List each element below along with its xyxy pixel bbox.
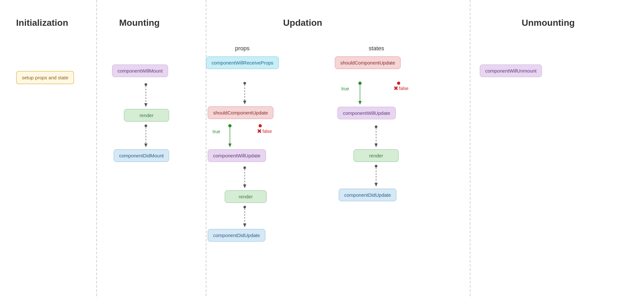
node-wu-states: componentWillUpdate [337, 107, 396, 119]
dot-wu-p [243, 166, 246, 169]
node-wrp: componentWillReceiveProps [206, 56, 279, 69]
false-label-p: ✖ false [257, 128, 272, 135]
false-text-p: false [262, 129, 272, 134]
node-render-p: render [225, 190, 267, 203]
x-p: ✖ [257, 128, 262, 135]
dot-scu-s-false [397, 82, 400, 85]
node-scu-props: shouldComponentUpdate [208, 106, 273, 119]
node-scu-states: shouldComponentUpdate [335, 56, 401, 69]
states-sub-label: states [369, 45, 384, 52]
dot-wm [145, 83, 147, 86]
false-label-s: ✖ false [393, 85, 409, 92]
title-mounting: Mounting [119, 18, 160, 28]
props-sub-label: props [235, 45, 250, 52]
title-updation: Updation [283, 18, 322, 28]
node-will-mount: componentWillMount [112, 65, 168, 77]
dot-scu-s-true [358, 82, 362, 85]
title-unmounting: Unmounting [522, 18, 575, 28]
true-label-p: true [213, 129, 220, 134]
dot-scu-p-false [259, 124, 262, 127]
node-did-update-s: componentDidUpdate [339, 189, 396, 201]
node-render-s: render [354, 149, 399, 162]
node-render-mount: render [124, 109, 169, 122]
dot-wrp [243, 82, 246, 84]
dot-render-p [243, 206, 246, 208]
node-setup-props: setup props and state [16, 71, 74, 84]
node-did-mount: componentDidMount [114, 149, 169, 162]
main-canvas: Initialization Mounting Updation Unmount… [0, 0, 644, 298]
node-did-update-p: componentDidUpdate [208, 229, 265, 242]
node-will-unmount: componentWillUnmount [480, 65, 542, 77]
false-text-s: false [399, 86, 409, 91]
title-init: Initialization [16, 18, 68, 28]
dot-render-m [145, 124, 147, 127]
dot-scu-p-true [228, 124, 232, 127]
dot-wu-s [375, 125, 377, 128]
dot-render-s [375, 165, 377, 167]
node-wu-props: componentWillUpdate [208, 149, 266, 162]
true-label-s: true [341, 86, 349, 91]
main-svg [0, 0, 644, 298]
x-s: ✖ [393, 85, 398, 92]
